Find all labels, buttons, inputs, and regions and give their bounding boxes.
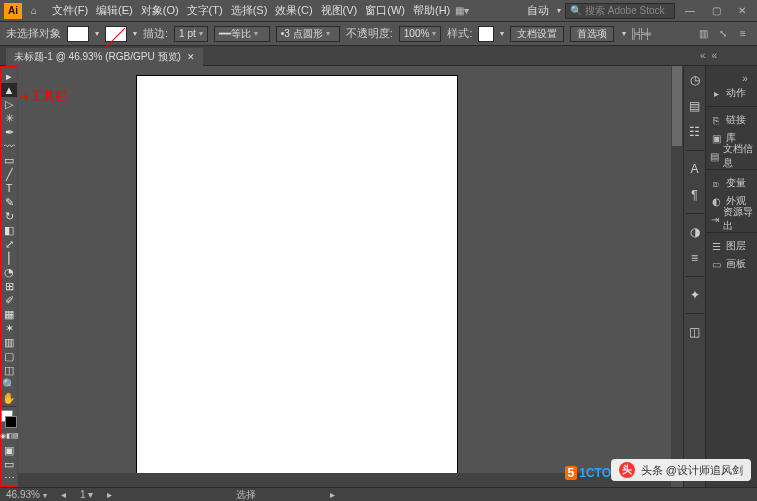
expand-panel-icon[interactable]: ⤡ bbox=[715, 26, 731, 42]
gradient-tool-icon[interactable]: ▦ bbox=[1, 307, 17, 321]
layers-dock-icon[interactable]: ☷ bbox=[687, 124, 703, 140]
asset-export-panel-icon: ⇥ bbox=[710, 213, 719, 225]
panel-toggle-icon[interactable]: ▥ bbox=[695, 26, 711, 42]
asset-export-panel[interactable]: ⇥资源导出 bbox=[706, 210, 757, 228]
right-panel: » ▸动作 ⎘链接▣库▤文档信息 ⎄变量◐外观⇥资源导出 ☰图层▭画板 bbox=[705, 66, 757, 487]
libraries-dock-icon[interactable]: ▤ bbox=[687, 98, 703, 114]
rectangle-tool-icon[interactable]: ▭ bbox=[1, 153, 17, 167]
slice-tool-icon[interactable]: ◫ bbox=[1, 363, 17, 377]
tab-close-icon[interactable]: ✕ bbox=[187, 52, 195, 62]
appearance-dock-icon[interactable]: ◑ bbox=[687, 224, 703, 240]
symbols-dock-icon[interactable]: ✦ bbox=[687, 287, 703, 303]
toutiao-logo-icon: 头 bbox=[619, 462, 635, 478]
opacity-input[interactable]: 100% bbox=[399, 26, 442, 42]
menu-edit[interactable]: 编辑(E) bbox=[92, 3, 137, 18]
eraser-tool-icon[interactable]: ◧ bbox=[1, 223, 17, 237]
rotate-tool-icon[interactable]: ↻ bbox=[1, 209, 17, 223]
stroke-swatch[interactable] bbox=[105, 26, 127, 42]
paragraph-dock-icon[interactable]: ¶ bbox=[687, 187, 703, 203]
search-input[interactable]: 🔍搜索 Adobe Stock bbox=[565, 3, 675, 19]
curvature-tool-icon[interactable]: 〰 bbox=[1, 139, 17, 153]
brush-dropdown[interactable]: • 3 点圆形 bbox=[276, 26, 340, 42]
screen-mode-icon[interactable]: ▭ bbox=[1, 458, 17, 472]
variables-panel[interactable]: ⎄变量 bbox=[706, 174, 757, 192]
magic-wand-tool-icon[interactable]: ✳ bbox=[1, 111, 17, 125]
artboard[interactable] bbox=[137, 76, 457, 487]
artboard-nav[interactable]: 1 ▾ bbox=[80, 489, 93, 500]
status-chevron-icon[interactable]: ▸ bbox=[330, 489, 335, 500]
links-panel[interactable]: ⎘链接 bbox=[706, 111, 757, 129]
graphic-styles-dock-icon[interactable]: ≡ bbox=[687, 250, 703, 266]
close-icon[interactable]: ✕ bbox=[731, 3, 753, 19]
menu-file[interactable]: 文件(F) bbox=[48, 3, 92, 18]
triangle-icon[interactable]: ▸ bbox=[1, 69, 17, 83]
canvas-stage[interactable] bbox=[0, 66, 683, 487]
zoom-level[interactable]: 46.93% bbox=[6, 489, 47, 500]
menu-view[interactable]: 视图(V) bbox=[317, 3, 362, 18]
free-transform-icon[interactable]: ⊞ bbox=[1, 279, 17, 293]
menu-type[interactable]: 文字(T) bbox=[183, 3, 227, 18]
bridge-icon[interactable]: ▦▾ bbox=[454, 3, 470, 19]
align-icon[interactable]: ╠╬╪ bbox=[632, 26, 648, 42]
direct-select-tool-icon[interactable]: ▷ bbox=[1, 97, 17, 111]
menu-select[interactable]: 选择(S) bbox=[227, 3, 272, 18]
eyedropper-tool-icon[interactable]: ✐ bbox=[1, 293, 17, 307]
shape-builder-icon[interactable]: ◔ bbox=[1, 265, 17, 279]
menu-object[interactable]: 对象(O) bbox=[137, 3, 183, 18]
artboard-tool-icon[interactable]: ▢ bbox=[1, 349, 17, 363]
status-bar: 46.93% ◂ 1 ▾ ▸ 选择 ▸ bbox=[0, 487, 757, 501]
menu-help[interactable]: 帮助(H) bbox=[409, 3, 454, 18]
fill-swatch[interactable] bbox=[67, 26, 89, 42]
none-mode-icon[interactable]: ▨ bbox=[12, 428, 18, 444]
style-swatch[interactable] bbox=[478, 26, 494, 42]
prefs-button[interactable]: 首选项 bbox=[570, 26, 614, 42]
docinfo-panel[interactable]: ▤文档信息 bbox=[706, 147, 757, 165]
zoom-tool-icon[interactable]: 🔍 bbox=[1, 377, 17, 391]
graph-tool-icon[interactable]: ▥ bbox=[1, 335, 17, 349]
scale-tool-icon[interactable]: ⤢ bbox=[1, 237, 17, 251]
brushes-dock-icon[interactable]: ◫ bbox=[687, 324, 703, 340]
watermark-toutiao: 头 头条 @设计师追风剑 bbox=[611, 459, 751, 481]
panel-collapse-right-icon[interactable]: « bbox=[711, 50, 717, 61]
panel-label: 链接 bbox=[726, 113, 746, 127]
stroke-width-input[interactable]: 1 pt bbox=[174, 26, 208, 42]
selection-tool-icon[interactable]: ▲ bbox=[1, 83, 17, 97]
maximize-icon[interactable]: ▢ bbox=[705, 3, 727, 19]
libraries-panel-icon: ▣ bbox=[710, 132, 722, 144]
artboards-panel[interactable]: ▭画板 bbox=[706, 255, 757, 273]
panel-collapse-left-icon[interactable]: « bbox=[700, 50, 706, 61]
nav-prev-icon[interactable]: ◂ bbox=[61, 489, 66, 500]
fill-stroke-swatches[interactable] bbox=[1, 410, 17, 428]
properties-dock-icon[interactable]: ◷ bbox=[687, 72, 703, 88]
links-panel-icon: ⎘ bbox=[710, 114, 722, 126]
panel-dock: ◷▤☷A¶◑≡✦◫ bbox=[683, 66, 705, 487]
menu-flyout-icon[interactable]: ≡ bbox=[735, 26, 751, 42]
menu-bar: Ai ⌂ 文件(F) 编辑(E) 对象(O) 文字(T) 选择(S) 效果(C)… bbox=[0, 0, 757, 22]
hand-tool-icon[interactable]: ✋ bbox=[1, 391, 17, 405]
type-tool-icon[interactable]: T bbox=[1, 181, 17, 195]
home-icon[interactable]: ⌂ bbox=[26, 3, 42, 19]
status-tool: 选择 bbox=[236, 488, 256, 502]
background-swatch[interactable] bbox=[5, 416, 17, 428]
auto-label[interactable]: 自动 bbox=[527, 3, 549, 18]
docsetup-button[interactable]: 文档设置 bbox=[510, 26, 564, 42]
actions-panel[interactable]: ▸动作 bbox=[706, 84, 757, 102]
uniform-dropdown[interactable]: ━━ 等比 bbox=[214, 26, 270, 42]
line-tool-icon[interactable]: ╱ bbox=[1, 167, 17, 181]
paintbrush-tool-icon[interactable]: ✎ bbox=[1, 195, 17, 209]
vertical-scrollbar[interactable] bbox=[671, 66, 683, 473]
scrollbar-thumb[interactable] bbox=[672, 66, 682, 146]
pen-tool-icon[interactable]: ✒ bbox=[1, 125, 17, 139]
nav-next-icon[interactable]: ▸ bbox=[107, 489, 112, 500]
character-dock-icon[interactable]: A bbox=[687, 161, 703, 177]
layers-panel[interactable]: ☰图层 bbox=[706, 237, 757, 255]
panel-label: 变量 bbox=[726, 176, 746, 190]
document-tab[interactable]: 未标题-1 @ 46.93% (RGB/GPU 预览) ✕ bbox=[6, 48, 203, 66]
menu-effect[interactable]: 效果(C) bbox=[271, 3, 316, 18]
more-tools-icon[interactable]: ⋯ bbox=[1, 472, 17, 486]
minimize-icon[interactable]: — bbox=[679, 3, 701, 19]
draw-normal-icon[interactable]: ▣ bbox=[1, 444, 17, 458]
menu-window[interactable]: 窗口(W) bbox=[361, 3, 409, 18]
width-tool-icon[interactable]: ⎮ bbox=[1, 251, 17, 265]
symbol-spray-icon[interactable]: ✶ bbox=[1, 321, 17, 335]
